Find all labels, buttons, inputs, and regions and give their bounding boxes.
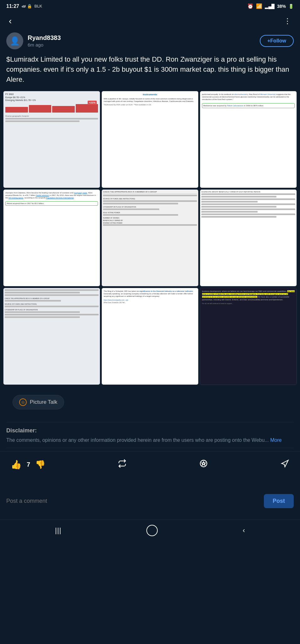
like-count: 7	[27, 461, 30, 468]
image-7[interactable]: CHECK THE APPROPRIATE BOX IF A MEMBER OF…	[3, 288, 100, 385]
post-time: 6m ago	[28, 42, 61, 47]
status-bar: 11:27 🏎 🔒 BLK ⏰ 📶 ▂▄█ 38% 🔋	[0, 0, 300, 12]
post-body-text: $Lumiradx Limited to all you new folks t…	[0, 54, 300, 91]
comment-area: Post	[0, 489, 300, 513]
follow-button[interactable]: +Follow	[260, 35, 294, 47]
more-options-button[interactable]: ⋮	[281, 15, 294, 27]
user-info: 👤 Ryand8383 6m ago	[6, 32, 61, 49]
status-time: 11:27 🏎 🔒 BLK	[6, 3, 42, 9]
nav-home-button[interactable]	[146, 525, 158, 536]
like-group: 👍 7 👎	[9, 458, 46, 471]
bookmark-button[interactable]	[198, 458, 209, 471]
battery-display: 38%	[277, 4, 286, 9]
picture-talk-label: Picture Talk	[30, 399, 57, 405]
picture-talk-section: ◎ Picture Talk	[0, 390, 300, 422]
comment-input[interactable]	[6, 498, 259, 504]
image-3[interactable]: performed annually. In his textbook on e…	[200, 91, 297, 188]
post-comment-button[interactable]: Post	[264, 494, 294, 508]
alarm-icon: ⏰	[247, 3, 254, 9]
username[interactable]: Ryand8383	[28, 34, 61, 42]
nav-menu-button[interactable]: |||	[55, 526, 61, 535]
image-8[interactable]: The filing of a Schedule 13D has taken o…	[101, 288, 199, 385]
disclaimer-section: Disclaimer: The comments, opinions or an…	[0, 422, 300, 448]
top-nav: ‹ ⋮	[0, 12, 300, 32]
signal-icons: 🏎 🔒	[22, 4, 32, 8]
post-header: 👤 Ryand8383 6m ago +Follow	[0, 32, 300, 54]
back-button[interactable]: ‹	[6, 15, 14, 27]
disclaimer-title: Disclaimer:	[6, 427, 294, 434]
picture-talk-icon: ◎	[19, 398, 27, 406]
bottom-nav: ||| ‹	[0, 519, 300, 542]
battery-icon: 🔋	[288, 4, 294, 9]
image-4[interactable]: champion from diabetes, Alere became the…	[3, 189, 100, 286]
divider-2	[6, 448, 294, 448]
wifi-icon: 📶	[256, 3, 262, 9]
time-display: 11:27	[6, 3, 19, 9]
status-right: ⏰ 📶 ▂▄█ 38% 🔋	[247, 3, 294, 9]
like-button[interactable]: 👍	[9, 458, 23, 471]
image-9[interactable]: business development, where we believe w…	[200, 288, 297, 385]
image-1[interactable]: FY 2022 Europe $8.7B +21% Emerging Marke…	[3, 91, 100, 188]
svg-marker-1	[202, 462, 205, 465]
image-6[interactable]: AGGREGATE AMOUNT BENEFICIALLY OWNED BY E…	[200, 189, 297, 286]
avatar-icon: 👤	[10, 36, 20, 46]
disclaimer-more-link[interactable]: More	[270, 437, 281, 443]
disclaimer-text: The comments, opinions or any other info…	[6, 436, 294, 444]
nav-back-button[interactable]: ‹	[243, 526, 245, 535]
action-bar: 👍 7 👎	[0, 451, 300, 476]
avatar[interactable]: 👤	[6, 32, 23, 49]
retweet-button[interactable]	[117, 458, 128, 471]
image-grid: FY 2022 Europe $8.7B +21% Emerging Marke…	[0, 91, 300, 385]
dislike-button[interactable]: 👎	[34, 458, 46, 471]
image-5[interactable]: CHECK THE APPROPRIATE BOX IF A MEMBER OF…	[101, 189, 199, 286]
picture-talk-button[interactable]: ◎ Picture Talk	[13, 395, 64, 409]
signal-bar-icon: ▂▄█	[265, 4, 275, 9]
blk-label: BLK	[35, 4, 42, 8]
share-button[interactable]	[279, 458, 291, 471]
image-2[interactable]: Instruments With a pipeline of 30+ assay…	[101, 91, 199, 188]
user-details: Ryand8383 6m ago	[28, 34, 61, 47]
